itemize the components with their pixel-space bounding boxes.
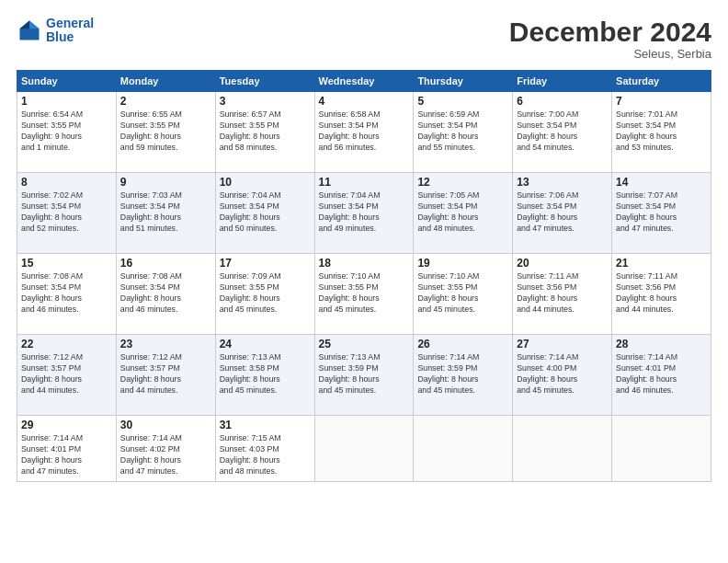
- day-info: Sunrise: 7:03 AMSunset: 3:54 PMDaylight:…: [120, 190, 211, 235]
- day-info: Sunrise: 7:02 AMSunset: 3:54 PMDaylight:…: [21, 190, 112, 235]
- day-number: 31: [220, 419, 311, 431]
- logo-text: General Blue: [46, 17, 94, 45]
- day-info: Sunrise: 7:10 AMSunset: 3:55 PMDaylight:…: [417, 271, 508, 316]
- day-number: 11: [319, 176, 410, 189]
- day-info: Sunrise: 6:55 AMSunset: 3:55 PMDaylight:…: [120, 109, 211, 154]
- table-cell: 1Sunrise: 6:54 AMSunset: 3:55 PMDaylight…: [17, 92, 117, 173]
- col-monday: Monday: [116, 71, 215, 92]
- day-number: 16: [120, 257, 211, 270]
- table-cell: 14Sunrise: 7:07 AMSunset: 3:54 PMDayligh…: [612, 173, 711, 254]
- day-number: 24: [220, 338, 311, 350]
- col-tuesday: Tuesday: [215, 71, 314, 92]
- day-number: 30: [120, 419, 211, 431]
- table-cell: 12Sunrise: 7:05 AMSunset: 3:54 PMDayligh…: [414, 173, 513, 254]
- table-cell: 5Sunrise: 6:59 AMSunset: 3:54 PMDaylight…: [414, 92, 513, 173]
- day-number: 21: [616, 257, 707, 270]
- day-number: 17: [220, 257, 311, 270]
- table-cell: 13Sunrise: 7:06 AMSunset: 3:54 PMDayligh…: [513, 173, 612, 254]
- day-number: 15: [21, 257, 112, 270]
- day-info: Sunrise: 7:14 AMSunset: 4:01 PMDaylight:…: [21, 433, 112, 477]
- table-cell: 26Sunrise: 7:14 AMSunset: 3:59 PMDayligh…: [414, 335, 513, 416]
- day-info: Sunrise: 7:11 AMSunset: 3:56 PMDaylight:…: [517, 271, 608, 316]
- title-block: December 2024 Seleus, Serbia: [509, 17, 711, 61]
- col-wednesday: Wednesday: [314, 71, 414, 92]
- table-cell: 24Sunrise: 7:13 AMSunset: 3:58 PMDayligh…: [215, 335, 314, 416]
- location: Seleus, Serbia: [509, 47, 711, 61]
- day-info: Sunrise: 7:13 AMSunset: 3:58 PMDaylight:…: [220, 352, 311, 396]
- table-cell: 28Sunrise: 7:14 AMSunset: 4:01 PMDayligh…: [612, 335, 711, 416]
- day-info: Sunrise: 6:54 AMSunset: 3:55 PMDaylight:…: [21, 109, 112, 154]
- logo-line1: General: [46, 16, 94, 30]
- day-number: 18: [319, 257, 410, 270]
- month-title: December 2024: [509, 17, 711, 47]
- day-number: 27: [517, 338, 608, 350]
- day-info: Sunrise: 7:09 AMSunset: 3:55 PMDaylight:…: [220, 271, 311, 316]
- table-cell: [513, 416, 612, 482]
- table-cell: 3Sunrise: 6:57 AMSunset: 3:55 PMDaylight…: [215, 92, 314, 173]
- day-info: Sunrise: 7:06 AMSunset: 3:54 PMDaylight:…: [517, 190, 608, 235]
- table-cell: [314, 416, 414, 482]
- day-number: 29: [21, 419, 112, 431]
- day-number: 26: [417, 338, 508, 350]
- day-number: 7: [616, 95, 707, 108]
- col-sunday: Sunday: [17, 71, 117, 92]
- day-info: Sunrise: 7:14 AMSunset: 4:02 PMDaylight:…: [120, 433, 211, 477]
- table-cell: 25Sunrise: 7:13 AMSunset: 3:59 PMDayligh…: [314, 335, 414, 416]
- day-info: Sunrise: 7:14 AMSunset: 4:00 PMDaylight:…: [517, 352, 608, 396]
- day-info: Sunrise: 6:59 AMSunset: 3:54 PMDaylight:…: [417, 109, 508, 154]
- page: General Blue December 2024 Seleus, Serbi…: [0, 0, 728, 563]
- table-cell: 8Sunrise: 7:02 AMSunset: 3:54 PMDaylight…: [17, 173, 117, 254]
- table-cell: 19Sunrise: 7:10 AMSunset: 3:55 PMDayligh…: [414, 254, 513, 335]
- day-number: 23: [120, 338, 211, 350]
- logo-line2: Blue: [46, 29, 74, 44]
- day-number: 20: [517, 257, 608, 270]
- day-info: Sunrise: 7:14 AMSunset: 3:59 PMDaylight:…: [417, 352, 508, 396]
- day-info: Sunrise: 7:00 AMSunset: 3:54 PMDaylight:…: [517, 109, 608, 154]
- day-info: Sunrise: 7:15 AMSunset: 4:03 PMDaylight:…: [220, 433, 311, 477]
- table-cell: 31Sunrise: 7:15 AMSunset: 4:03 PMDayligh…: [215, 416, 314, 482]
- table-cell: 16Sunrise: 7:08 AMSunset: 3:54 PMDayligh…: [116, 254, 215, 335]
- table-cell: 7Sunrise: 7:01 AMSunset: 3:54 PMDaylight…: [612, 92, 711, 173]
- table-cell: 23Sunrise: 7:12 AMSunset: 3:57 PMDayligh…: [116, 335, 215, 416]
- table-cell: 10Sunrise: 7:04 AMSunset: 3:54 PMDayligh…: [215, 173, 314, 254]
- table-cell: 11Sunrise: 7:04 AMSunset: 3:54 PMDayligh…: [314, 173, 414, 254]
- day-info: Sunrise: 7:08 AMSunset: 3:54 PMDaylight:…: [120, 271, 211, 316]
- day-number: 28: [616, 338, 707, 350]
- day-number: 4: [319, 95, 410, 108]
- calendar-table: Sunday Monday Tuesday Wednesday Thursday…: [17, 70, 711, 482]
- logo: General Blue: [17, 17, 94, 45]
- table-cell: 17Sunrise: 7:09 AMSunset: 3:55 PMDayligh…: [215, 254, 314, 335]
- table-cell: 22Sunrise: 7:12 AMSunset: 3:57 PMDayligh…: [17, 335, 117, 416]
- day-info: Sunrise: 7:10 AMSunset: 3:55 PMDaylight:…: [319, 271, 410, 316]
- table-cell: 18Sunrise: 7:10 AMSunset: 3:55 PMDayligh…: [314, 254, 414, 335]
- calendar-header-row: Sunday Monday Tuesday Wednesday Thursday…: [17, 71, 711, 92]
- logo-icon: [17, 17, 42, 43]
- day-number: 19: [417, 257, 508, 270]
- day-number: 9: [120, 176, 211, 189]
- table-cell: 6Sunrise: 7:00 AMSunset: 3:54 PMDaylight…: [513, 92, 612, 173]
- day-info: Sunrise: 7:04 AMSunset: 3:54 PMDaylight:…: [220, 190, 311, 235]
- table-cell: 29Sunrise: 7:14 AMSunset: 4:01 PMDayligh…: [17, 416, 117, 482]
- day-number: 5: [417, 95, 508, 108]
- table-cell: 9Sunrise: 7:03 AMSunset: 3:54 PMDaylight…: [116, 173, 215, 254]
- day-info: Sunrise: 7:14 AMSunset: 4:01 PMDaylight:…: [616, 352, 707, 396]
- table-cell: [414, 416, 513, 482]
- day-info: Sunrise: 7:07 AMSunset: 3:54 PMDaylight:…: [616, 190, 707, 235]
- col-friday: Friday: [513, 71, 612, 92]
- day-number: 2: [120, 95, 211, 108]
- day-number: 1: [21, 95, 112, 108]
- day-number: 22: [21, 338, 112, 350]
- svg-marker-1: [29, 21, 40, 29]
- header: General Blue December 2024 Seleus, Serbi…: [17, 17, 711, 61]
- day-info: Sunrise: 6:57 AMSunset: 3:55 PMDaylight:…: [220, 109, 311, 154]
- day-info: Sunrise: 7:12 AMSunset: 3:57 PMDaylight:…: [120, 352, 211, 396]
- day-number: 6: [517, 95, 608, 108]
- table-cell: 30Sunrise: 7:14 AMSunset: 4:02 PMDayligh…: [116, 416, 215, 482]
- day-info: Sunrise: 7:12 AMSunset: 3:57 PMDaylight:…: [21, 352, 112, 396]
- col-thursday: Thursday: [414, 71, 513, 92]
- table-cell: [612, 416, 711, 482]
- table-cell: 4Sunrise: 6:58 AMSunset: 3:54 PMDaylight…: [314, 92, 414, 173]
- table-cell: 21Sunrise: 7:11 AMSunset: 3:56 PMDayligh…: [612, 254, 711, 335]
- day-number: 25: [319, 338, 410, 350]
- table-cell: 15Sunrise: 7:08 AMSunset: 3:54 PMDayligh…: [17, 254, 117, 335]
